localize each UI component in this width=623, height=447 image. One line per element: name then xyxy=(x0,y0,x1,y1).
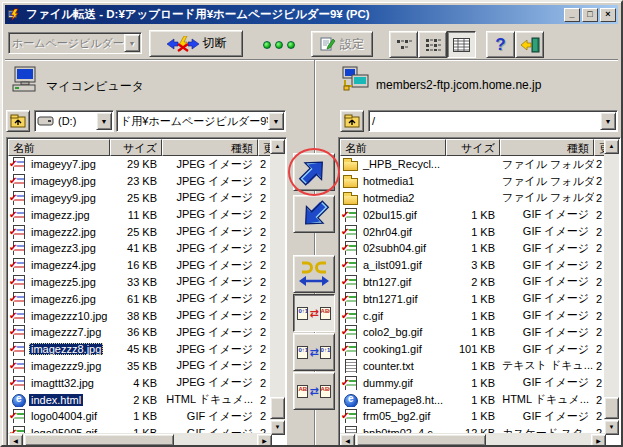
file-row[interactable]: btn1271.gif 1 KB GIF イメージ 2 xyxy=(340,290,606,307)
right-horizontal-scrollbar[interactable]: ◀ ▶ xyxy=(340,433,606,447)
download-arrow-icon xyxy=(298,198,330,230)
file-row[interactable]: imagezz5.jpg 33 KB JPEG イメージ 2 xyxy=(8,274,272,291)
upload-button[interactable] xyxy=(293,153,335,191)
file-row[interactable]: btn127.gif 2 KB GIF イメージ 2 xyxy=(340,274,606,291)
column-header-type[interactable]: 種類 xyxy=(162,139,258,156)
file-row[interactable]: counter.txt 1 KB テキスト ドキュ... 2 xyxy=(340,358,606,375)
local-file-list: 名前 サイズ 種類 更 imageyy7.jpg 29 KB JPEG イメージ… xyxy=(6,137,287,447)
file-row[interactable]: imagezzz9.jpg 35 KB JPEG イメージ 2 xyxy=(8,358,272,375)
file-row[interactable]: 02hr04.gif 1 KB GIF イメージ 2 xyxy=(340,223,606,240)
reconnect-transfer-button[interactable] xyxy=(293,255,335,293)
sync-arrows-icon: ⇄ xyxy=(309,385,318,398)
dropdown-arrow-icon[interactable]: ▼ xyxy=(268,112,284,130)
view-large-icons-button[interactable] xyxy=(389,31,418,58)
sync-by-name-button[interactable]: ABCD ⇄ ABCD xyxy=(293,372,335,410)
dropdown-arrow-icon[interactable]: ▼ xyxy=(96,112,112,130)
profile-combo[interactable]: ホームページビルダーve ▼ xyxy=(8,32,142,54)
file-row[interactable]: frm05_bg2.gif 1 KB GIF イメージ 2 xyxy=(340,408,606,425)
file-row[interactable]: imagezz3.jpg 41 KB JPEG イメージ 2 xyxy=(8,240,272,257)
file-row[interactable]: imagezzz7.jpg 36 KB JPEG イメージ 2 xyxy=(8,324,272,341)
left-hscroll-thumb[interactable] xyxy=(24,434,174,446)
left-horizontal-scrollbar[interactable]: ◀ ▶ xyxy=(8,433,272,447)
file-row[interactable]: logo04004.gif 1 KB GIF イメージ 2 xyxy=(8,408,272,425)
file-row[interactable]: imagezz6.jpg 61 KB JPEG イメージ 2 xyxy=(8,290,272,307)
title-bar[interactable]: ファイル転送 - D:¥アップロード用¥ホームページビルダー9¥ (PC) _ … xyxy=(5,5,618,24)
right-vertical-scrollbar[interactable]: ▲ ▼ xyxy=(604,139,619,435)
file-row[interactable]: c.gif 1 KB GIF イメージ 2 xyxy=(340,307,606,324)
sync-compare-both-button[interactable]: 0↑10 ⇄ ABCD xyxy=(293,294,335,332)
scroll-up-icon[interactable]: ▲ xyxy=(604,139,619,154)
file-type-icon xyxy=(342,225,358,239)
file-type-icon xyxy=(342,342,358,356)
help-button[interactable]: ? xyxy=(486,31,515,58)
column-header-type[interactable]: 種類 xyxy=(500,139,594,156)
file-row[interactable]: framepage8.ht... 1 KB HTML ドキュメ... 2 xyxy=(340,391,606,408)
left-vertical-scrollbar[interactable]: ▲ ▼ xyxy=(270,139,285,435)
disconnect-button[interactable]: 切断 xyxy=(149,30,243,57)
file-row[interactable]: hotmedia2 ファイル フォルダ 2 xyxy=(340,190,606,207)
file-row[interactable]: imagezz2.jpg 25 KB JPEG イメージ 2 xyxy=(8,223,272,240)
page-numbers-icon: 0↑10 xyxy=(297,346,308,359)
dropdown-arrow-icon[interactable]: ▼ xyxy=(600,112,616,130)
scroll-right-icon[interactable]: ▶ xyxy=(591,434,606,447)
file-row[interactable]: cooking1.gif 101 KB GIF イメージ 2 xyxy=(340,341,606,358)
column-header-name[interactable]: 名前 xyxy=(340,139,446,156)
disconnect-icon xyxy=(166,36,200,52)
scroll-down-icon[interactable]: ▼ xyxy=(270,420,285,435)
column-header-name[interactable]: 名前 xyxy=(8,139,110,156)
dropdown-arrow-icon[interactable]: ▼ xyxy=(124,34,140,52)
right-vscroll-thumb[interactable] xyxy=(604,397,619,419)
file-row[interactable]: imageyy8.jpg 23 KB JPEG イメージ 2 xyxy=(8,173,272,190)
settings-button[interactable]: 設定 xyxy=(311,31,373,57)
left-vscroll-thumb[interactable] xyxy=(270,397,285,419)
file-row[interactable]: imagezzz8.jpg 45 KB JPEG イメージ 2 xyxy=(8,341,272,358)
drive-value: (D:) xyxy=(55,115,96,127)
left-path-combo[interactable]: ド用¥ホームページビルダー9¥ ▼ xyxy=(116,110,286,132)
file-row[interactable]: 02bul15.gif 1 KB GIF イメージ 2 xyxy=(340,206,606,223)
file-type-icon xyxy=(10,258,26,272)
maximize-button[interactable]: □ xyxy=(582,8,598,22)
file-type-icon xyxy=(342,309,358,323)
right-hscroll-thumb[interactable] xyxy=(356,434,486,446)
file-name: index.html xyxy=(29,394,83,406)
scroll-left-icon[interactable]: ◀ xyxy=(340,434,355,447)
left-up-folder-button[interactable] xyxy=(6,110,30,132)
file-transfer-window: ファイル転送 - D:¥アップロード用¥ホームページビルダー9¥ (PC) _ … xyxy=(0,0,623,447)
file-row[interactable]: imagezz4.jpg 16 KB JPEG イメージ 2 xyxy=(8,257,272,274)
file-row[interactable]: colo2_bg.gif 1 KB GIF イメージ 2 xyxy=(340,324,606,341)
sync-by-date-button[interactable]: 0↑10 ⇄ 0↑10 xyxy=(293,333,335,371)
drive-selector[interactable]: (D:) ▼ xyxy=(34,110,114,132)
close-button[interactable]: × xyxy=(600,8,616,22)
file-row[interactable]: hotmedia1 ファイル フォルダ 2 xyxy=(340,173,606,190)
view-details-button[interactable] xyxy=(447,31,476,58)
file-row[interactable]: imageyy7.jpg 29 KB JPEG イメージ 2 xyxy=(8,156,272,173)
right-path-combo[interactable]: / ▼ xyxy=(368,110,618,132)
exit-button[interactable] xyxy=(515,31,544,58)
file-row[interactable]: 02subh04.gif 1 KB GIF イメージ 2 xyxy=(340,240,606,257)
file-size: 2 KB xyxy=(446,276,500,288)
file-size: 101 KB xyxy=(446,343,500,355)
file-row[interactable]: _HPB_Recycl... ファイル フォルダ 2 xyxy=(340,156,606,173)
file-type: テキスト ドキュ... xyxy=(500,358,594,373)
right-up-folder-button[interactable] xyxy=(340,110,364,132)
column-header-size[interactable]: サイズ xyxy=(110,139,162,156)
scroll-left-icon[interactable]: ◀ xyxy=(8,434,23,447)
file-row[interactable]: imageyy9.jpg 25 KB JPEG イメージ 2 xyxy=(8,190,272,207)
view-list-button[interactable] xyxy=(418,31,447,58)
column-header-size[interactable]: サイズ xyxy=(446,139,500,156)
scroll-down-icon[interactable]: ▼ xyxy=(604,420,619,435)
window-title: ファイル転送 - D:¥アップロード用¥ホームページビルダー9¥ (PC) xyxy=(26,7,564,22)
file-type-icon xyxy=(10,191,26,205)
minimize-button[interactable]: _ xyxy=(564,8,580,22)
file-row[interactable]: a_ilst091.gif 3 KB GIF イメージ 2 xyxy=(340,257,606,274)
file-row[interactable]: imagezzz10.jpg 38 KB JPEG イメージ 2 xyxy=(8,307,272,324)
app-icon xyxy=(7,8,22,22)
file-row[interactable]: dummy.gif 1 KB GIF イメージ 2 xyxy=(340,374,606,391)
file-row[interactable]: imagezz.jpg 11 KB JPEG イメージ 2 xyxy=(8,206,272,223)
file-row[interactable]: index.html 2 KB HTML ドキュメ... 2 xyxy=(8,391,272,408)
scroll-right-icon[interactable]: ▶ xyxy=(257,434,272,447)
file-name: 02hr04.gif xyxy=(361,226,414,238)
file-row[interactable]: imagttt32.jpg 4 KB JPEG イメージ 2 xyxy=(8,374,272,391)
download-button[interactable] xyxy=(293,195,335,233)
scroll-up-icon[interactable]: ▲ xyxy=(270,139,285,154)
